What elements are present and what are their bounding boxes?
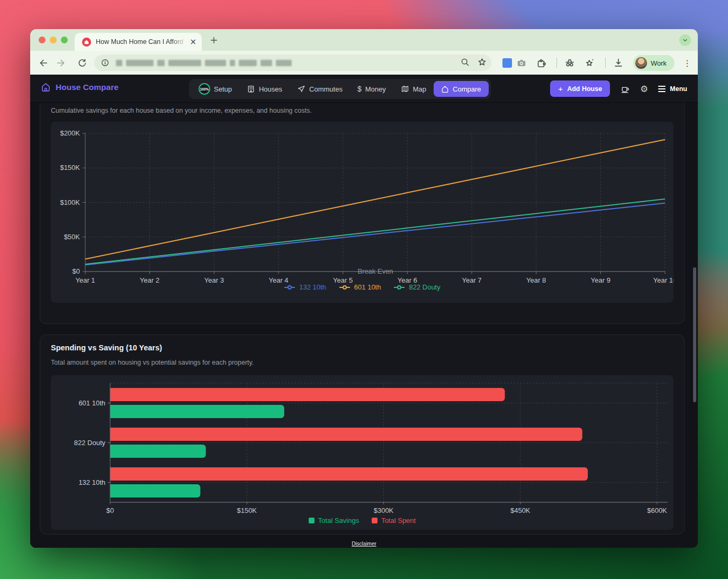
app-title: House Compare xyxy=(56,83,119,92)
tab-close-icon[interactable]: × xyxy=(190,37,196,47)
legend-item[interactable]: 132 10th xyxy=(284,283,326,291)
legend-swatch-icon xyxy=(372,518,378,523)
download-icon[interactable] xyxy=(613,57,624,69)
bar-total-spent xyxy=(110,467,588,481)
bar-chart-svg: $0$150K$300K$450K$600K601 10th822 Douty1… xyxy=(51,375,673,530)
series-601-10th xyxy=(85,140,665,259)
app-header: House Compare 100% Setup Houses xyxy=(30,75,698,103)
disclaimer-link[interactable]: Disclaimer xyxy=(352,541,376,547)
forward-button[interactable] xyxy=(56,57,67,69)
line-chart-legend[interactable]: 132 10th601 10th822 Douty xyxy=(51,283,673,291)
settings-gear-icon[interactable]: ⚙ xyxy=(640,84,648,94)
nav-item-houses[interactable]: Houses xyxy=(239,81,290,97)
svg-text:$200K: $200K xyxy=(60,129,80,137)
main-nav: 100% Setup Houses Commutes $ xyxy=(189,79,491,99)
nav-item-setup[interactable]: 100% Setup xyxy=(191,81,239,97)
line-chart-svg: $0$50K$100K$150K$200KYear 1Year 2Year 3Y… xyxy=(51,122,673,303)
app-body: Cumulative savings for each house based … xyxy=(30,103,698,548)
bar-chart-panel: $0$150K$300K$450K$600K601 10th822 Douty1… xyxy=(51,375,673,530)
redacted-url-text xyxy=(116,60,292,66)
tab-favicon-house-icon xyxy=(82,38,91,47)
incognito-icon[interactable] xyxy=(564,57,576,69)
page-content: House Compare 100% Setup Houses xyxy=(30,75,698,548)
back-button[interactable] xyxy=(37,57,49,69)
savings-chart-description: Cumulative savings for each house based … xyxy=(51,107,312,114)
window-controls xyxy=(39,37,68,43)
svg-text:132 10th: 132 10th xyxy=(78,478,105,486)
dollar-icon: $ xyxy=(357,85,362,93)
nav-item-money[interactable]: $ Money xyxy=(350,81,393,97)
svg-text:$600K: $600K xyxy=(647,506,667,514)
close-window-button[interactable] xyxy=(39,37,46,43)
svg-text:$0: $0 xyxy=(106,506,114,514)
savings-chart-card: Cumulative savings for each house based … xyxy=(40,103,685,324)
bar-total-savings xyxy=(110,445,206,458)
send-icon xyxy=(297,85,305,93)
zoom-page-icon[interactable] xyxy=(460,57,470,69)
setup-progress-badge: 100% xyxy=(199,83,210,95)
series-132-10th xyxy=(85,203,665,265)
nav-item-map[interactable]: Map xyxy=(393,81,434,97)
legend-swatch-icon xyxy=(309,518,314,523)
zoom-window-button[interactable] xyxy=(61,37,68,43)
building-icon xyxy=(247,85,255,93)
legend-item[interactable]: 601 10th xyxy=(339,283,381,291)
nav-item-compare[interactable]: Compare xyxy=(434,81,488,97)
toolbar-separator xyxy=(605,58,606,68)
app-brand[interactable]: House Compare xyxy=(41,82,119,92)
line-marker-icon xyxy=(393,285,405,290)
card-title: Spending vs Saving (10 Years) xyxy=(51,343,162,352)
toolbar-separator xyxy=(556,58,557,68)
cumulative-savings-line-chart: $0$50K$100K$150K$200KYear 1Year 2Year 3Y… xyxy=(51,122,673,305)
profile-avatar xyxy=(635,57,647,69)
house-logo-icon xyxy=(41,82,51,92)
tab-search-chevron-button[interactable] xyxy=(679,34,691,46)
house-icon xyxy=(441,85,449,93)
coffee-icon[interactable] xyxy=(620,84,630,94)
hamburger-icon xyxy=(658,86,666,92)
svg-text:$100K: $100K xyxy=(60,198,80,206)
minimize-window-button[interactable] xyxy=(50,37,57,43)
camera-screenshot-icon[interactable] xyxy=(516,57,527,69)
svg-text:$150K: $150K xyxy=(237,506,257,514)
bar-chart-legend[interactable]: Total SavingsTotal Spent xyxy=(51,517,673,524)
spending-vs-saving-bar-chart: $0$150K$300K$450K$600K601 10th822 Douty1… xyxy=(51,375,673,532)
svg-text:822 Douty: 822 Douty xyxy=(74,439,106,447)
svg-text:$0: $0 xyxy=(73,267,80,275)
svg-text:$300K: $300K xyxy=(374,506,394,514)
scrollbar-thumb[interactable] xyxy=(693,267,696,402)
page-footer: Disclaimer xyxy=(30,538,698,548)
reload-button[interactable] xyxy=(76,57,87,69)
add-house-button[interactable]: + Add House xyxy=(550,80,610,97)
series-822-Douty xyxy=(85,199,665,264)
tab-strip: How Much Home Can I Afford × xyxy=(30,29,698,51)
bar-total-spent xyxy=(110,388,505,401)
browser-toolbar: Work ⋮ xyxy=(30,51,698,75)
svg-text:$50K: $50K xyxy=(64,233,80,241)
svg-text:$450K: $450K xyxy=(510,506,531,514)
browser-tab[interactable]: How Much Home Can I Afford × xyxy=(75,33,202,51)
page-info-icon[interactable] xyxy=(101,58,110,67)
extension-blue-icon[interactable] xyxy=(501,57,513,69)
line-chart-panel: $0$50K$100K$150K$200KYear 1Year 2Year 3Y… xyxy=(51,122,673,303)
browser-window: How Much Home Can I Afford × xyxy=(30,29,698,548)
sparkle-star-icon[interactable] xyxy=(584,57,596,69)
menu-button[interactable]: Menu xyxy=(658,85,687,93)
card-subtitle: Total amount spent on housing vs potenti… xyxy=(51,359,254,366)
header-actions: + Add House ⚙ Menu xyxy=(550,80,687,97)
new-tab-button[interactable] xyxy=(208,34,220,46)
address-bar[interactable] xyxy=(94,55,491,71)
legend-item[interactable]: 822 Douty xyxy=(393,283,440,291)
bookmark-star-icon[interactable] xyxy=(477,57,487,69)
nav-item-commutes[interactable]: Commutes xyxy=(290,81,350,97)
bar-total-savings xyxy=(110,484,200,497)
legend-item[interactable]: Total Spent xyxy=(372,517,416,524)
spending-vs-saving-card: Spending vs Saving (10 Years) Total amou… xyxy=(40,334,685,535)
legend-item[interactable]: Total Savings xyxy=(309,517,359,524)
map-icon xyxy=(401,85,409,93)
browser-menu-dots-icon[interactable]: ⋮ xyxy=(681,57,693,69)
svg-text:601 10th: 601 10th xyxy=(78,399,105,407)
bar-total-savings xyxy=(110,405,284,418)
extensions-puzzle-icon[interactable] xyxy=(535,57,547,69)
browser-profile-button[interactable]: Work xyxy=(633,55,675,71)
